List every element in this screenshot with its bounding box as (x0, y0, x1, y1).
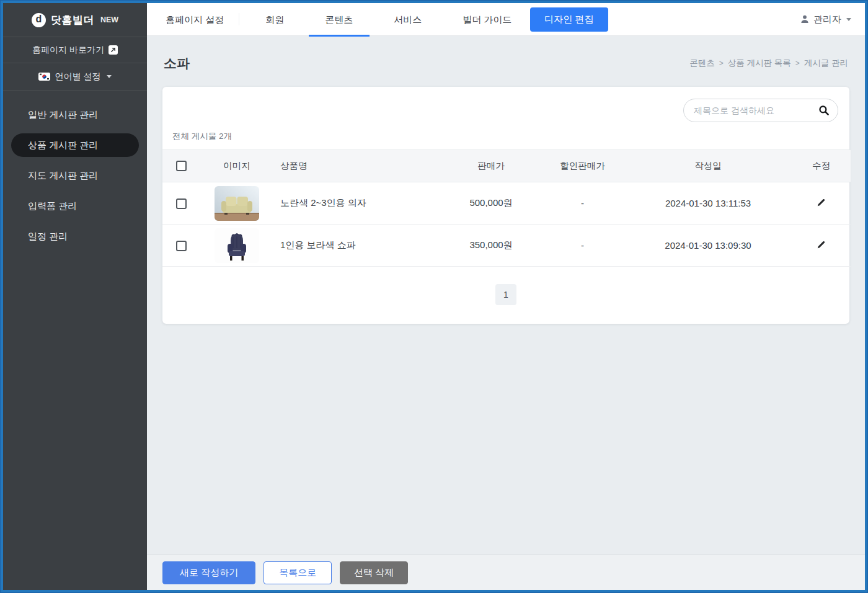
pencil-icon (816, 239, 826, 250)
edit-post-button[interactable] (813, 237, 829, 254)
search-button[interactable] (818, 105, 830, 116)
tab-homepage-settings[interactable]: 홈페이지 설정 (166, 3, 224, 36)
select-all-checkbox[interactable] (176, 161, 187, 171)
post-created-date: 2024-01-30 13:11:53 (624, 182, 792, 225)
user-label: 관리자 (813, 14, 841, 25)
search-input[interactable] (694, 105, 813, 115)
top-navigation: 홈페이지 설정 회원 콘텐츠 서비스 빌더 가이드 디자인 편집 관리자 (147, 3, 865, 36)
chevron-down-icon (846, 18, 851, 21)
sidebar-item-label: 상품 게시판 관리 (28, 140, 98, 151)
logo-new-badge: NEW (100, 16, 118, 24)
new-post-button[interactable]: 새로 작성하기 (162, 561, 255, 584)
tab-members[interactable]: 회원 (265, 3, 284, 36)
column-header-discount: 할인판매가 (541, 150, 624, 182)
breadcrumb-separator: > (719, 59, 724, 68)
delete-selected-button[interactable]: 선택 삭제 (340, 561, 408, 584)
breadcrumb-separator: > (795, 59, 800, 68)
column-header-name: 상품명 (274, 150, 441, 182)
logo-text: 닷홈빌더 (51, 13, 94, 27)
sidebar-item-general-board[interactable]: 일반 게시판 관리 (11, 103, 139, 127)
table-row: 1인용 보라색 쇼파 350,000원 - 2024-01-30 13:09:3… (162, 225, 851, 267)
product-price: 500,000원 (441, 182, 541, 225)
sidebar: 닷홈빌더 NEW 홈페이지 바로가기 언어별 설정 (3, 3, 147, 590)
tab-services[interactable]: 서비스 (394, 3, 422, 36)
column-header-edit: 수정 (792, 150, 851, 182)
person-icon (800, 14, 810, 24)
homepage-shortcut-link[interactable]: 홈페이지 바로가기 (3, 37, 147, 63)
page-title: 소파 (164, 55, 190, 72)
pencil-icon (816, 197, 826, 208)
tab-builder-guide[interactable]: 빌더 가이드 (463, 3, 512, 36)
search-box (683, 99, 838, 122)
product-thumbnail-purple-armchair (215, 228, 259, 263)
column-header-image: 이미지 (200, 150, 274, 182)
app-window: 닷홈빌더 NEW 홈페이지 바로가기 언어별 설정 (0, 0, 868, 593)
breadcrumb-item: 콘텐츠 (689, 58, 715, 69)
korean-flag-icon (38, 73, 50, 81)
language-settings-dropdown[interactable]: 언어별 설정 (3, 63, 147, 91)
nav-divider (239, 13, 239, 25)
admin-user-menu[interactable]: 관리자 (800, 14, 851, 25)
product-thumbnail-yellow-sofa (215, 186, 259, 221)
product-posts-table: 이미지 상품명 판매가 할인판매가 작성일 수정 (162, 149, 851, 267)
sidebar-item-product-board[interactable]: 상품 게시판 관리 (11, 133, 139, 157)
footer-action-bar: 새로 작성하기 목록으로 선택 삭제 (147, 555, 865, 590)
shortcut-label: 홈페이지 바로가기 (32, 45, 104, 56)
content-area: 소파 콘텐츠 > 상품 게시판 목록 > 게시글 관리 (147, 36, 865, 555)
breadcrumb: 콘텐츠 > 상품 게시판 목록 > 게시글 관리 (689, 58, 848, 69)
column-header-price: 판매가 (441, 150, 541, 182)
page-header: 소파 콘텐츠 > 상품 게시판 목록 > 게시글 관리 (162, 36, 849, 87)
column-header-date: 작성일 (624, 150, 792, 182)
product-name: 1인용 보라색 쇼파 (274, 225, 441, 267)
sidebar-item-map-board[interactable]: 지도 게시판 관리 (11, 164, 139, 187)
dothome-logo-icon (32, 13, 46, 27)
search-icon (818, 105, 830, 116)
external-link-icon (108, 45, 118, 55)
sidebar-item-label: 일정 관리 (28, 231, 68, 243)
breadcrumb-item: 게시글 관리 (804, 58, 848, 69)
language-label: 언어별 설정 (55, 71, 101, 82)
product-discount-price: - (541, 225, 624, 267)
search-row (162, 87, 849, 130)
sidebar-item-label: 입력폼 관리 (28, 200, 77, 212)
page-button-1[interactable]: 1 (495, 284, 516, 305)
product-price: 350,000원 (441, 225, 541, 267)
sidebar-item-schedule[interactable]: 일정 관리 (11, 225, 139, 248)
row-checkbox[interactable] (176, 198, 187, 209)
pagination: 1 (162, 267, 849, 306)
total-posts-count: 전체 게시물 2개 (162, 130, 849, 149)
product-discount-price: - (541, 182, 624, 225)
edit-post-button[interactable] (813, 195, 829, 212)
tab-contents[interactable]: 콘텐츠 (325, 3, 353, 36)
product-name: 노란색 2~3인용 의자 (274, 182, 441, 225)
sidebar-item-label: 일반 게시판 관리 (28, 109, 98, 121)
app-logo[interactable]: 닷홈빌더 NEW (3, 3, 147, 37)
table-header-row: 이미지 상품명 판매가 할인판매가 작성일 수정 (162, 150, 851, 182)
design-edit-button[interactable]: 디자인 편집 (530, 7, 608, 32)
sidebar-menu: 일반 게시판 관리 상품 게시판 관리 지도 게시판 관리 입력폼 관리 일정 … (3, 91, 147, 255)
sidebar-item-label: 지도 게시판 관리 (28, 170, 98, 182)
row-checkbox[interactable] (176, 241, 187, 251)
table-row: 노란색 2~3인용 의자 500,000원 - 2024-01-30 13:11… (162, 182, 851, 225)
breadcrumb-item: 상품 게시판 목록 (728, 58, 791, 69)
chevron-down-icon (107, 75, 112, 78)
post-list-card: 전체 게시물 2개 이미지 상품명 판매가 할인판매가 작성일 (162, 87, 849, 324)
post-created-date: 2024-01-30 13:09:30 (624, 225, 792, 267)
back-to-list-button[interactable]: 목록으로 (264, 561, 332, 584)
sidebar-item-input-form[interactable]: 입력폼 관리 (11, 194, 139, 218)
main-column: 홈페이지 설정 회원 콘텐츠 서비스 빌더 가이드 디자인 편집 관리자 소파 … (147, 3, 865, 590)
